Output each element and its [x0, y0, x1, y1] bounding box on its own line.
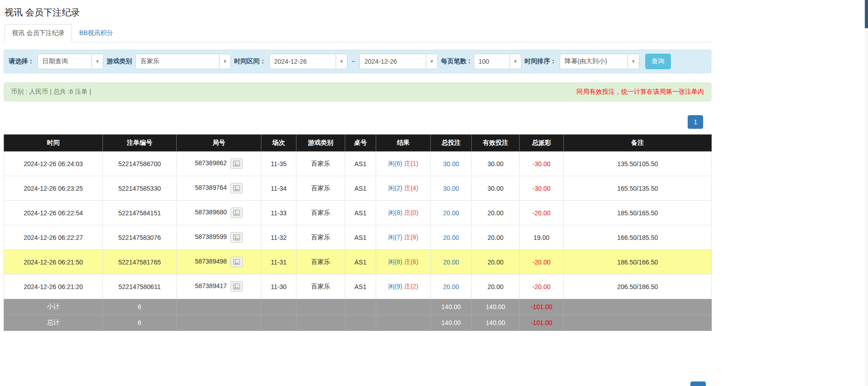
cell-payout: -20.00 — [520, 274, 564, 299]
round-video-button[interactable] — [230, 208, 243, 218]
cell-payout: -30.00 — [520, 152, 564, 176]
cell-round: 587389764 — [177, 176, 261, 201]
table-row: 2024-12-26 06:22:54522147584151587389680… — [4, 201, 712, 225]
total-bet-link[interactable]: 20.00 — [443, 209, 459, 217]
cell-time: 2024-12-26 06:24:03 — [4, 152, 103, 176]
cell-bet-id: 522147586700 — [103, 152, 177, 176]
footer-empty-cell — [345, 299, 376, 315]
cell-round: 587389498 — [177, 250, 261, 274]
cell-payout: -20.00 — [520, 201, 564, 225]
cell-remark: 185.50/165.50 — [564, 201, 712, 225]
cell-bet-id: 522147580611 — [103, 274, 177, 299]
column-header: 局号 — [177, 135, 261, 152]
footer-empty-cell — [261, 299, 296, 315]
total-bet-link[interactable]: 30.00 — [443, 185, 459, 192]
cell-session: 11-35 — [261, 152, 296, 176]
table-header-row: 时间注单编号局号场次游戏类别桌号结果总投注有效投注总派彩备注 — [4, 135, 712, 152]
search-button[interactable]: 查询 — [645, 54, 671, 69]
summary-note-text: 同局有效投注，统一计算在该局第一张注单内 — [577, 88, 704, 96]
round-video-button[interactable] — [230, 183, 243, 193]
query-type-label: 请选择： — [9, 57, 34, 66]
footer-remark — [564, 315, 712, 331]
game-type-select[interactable]: 百家乐 ▼ — [135, 54, 231, 69]
table-row: 2024-12-26 06:22:27522147583076587389599… — [4, 225, 712, 250]
cell-payout: -30.00 — [520, 176, 564, 201]
footer-empty-cell — [345, 315, 376, 331]
round-number: 587389498 — [195, 258, 227, 265]
cell-table-no: AS1 — [345, 176, 376, 201]
cell-game-type: 百家乐 — [296, 250, 345, 274]
column-header: 备注 — [564, 135, 712, 152]
result-player: 闲(9) — [388, 283, 402, 290]
cell-valid-bet: 20.00 — [472, 225, 520, 250]
column-header: 时间 — [4, 135, 103, 152]
footer-count: 6 — [103, 299, 177, 315]
column-header: 桌号 — [345, 135, 376, 152]
scrollbar-thumb[interactable] — [865, 0, 868, 28]
footer-empty-cell — [296, 299, 345, 315]
page-size-select[interactable]: 100 ▼ — [474, 54, 521, 69]
cell-table-no: AS1 — [345, 274, 376, 299]
cell-valid-bet: 20.00 — [472, 274, 520, 299]
result-banker: 庄(8) — [404, 234, 418, 241]
footer-label: 总计 — [4, 315, 103, 331]
footer-empty-cell — [177, 299, 261, 315]
cell-remark: 166.50/185.50 — [564, 225, 712, 250]
pagination-top: 1 — [4, 115, 711, 129]
cell-result: 闲(8) 庄(6) — [376, 250, 431, 274]
page-size-label: 每页笔数 : — [441, 57, 470, 66]
total-bet-link[interactable]: 20.00 — [443, 259, 459, 266]
sort-order-select[interactable]: 降幂(由大到小) ▼ — [560, 54, 639, 69]
table-row: 2024-12-26 06:21:20522147580611587389417… — [4, 274, 712, 299]
cell-game-type: 百家乐 — [296, 152, 345, 176]
cell-bet-id: 522147584151 — [103, 201, 177, 225]
scrollbar[interactable] — [865, 0, 868, 386]
cell-time: 2024-12-26 06:21:50 — [4, 250, 103, 274]
footer-valid-bet: 140.00 — [472, 315, 520, 331]
video-snapshot-icon — [233, 259, 240, 265]
page-size-value: 100 — [474, 54, 510, 69]
video-snapshot-icon — [233, 210, 240, 216]
page-button-1[interactable]: 1 — [688, 115, 703, 129]
date-from-input[interactable]: 2024-12-26 ▼ — [269, 54, 347, 69]
cell-game-type: 百家乐 — [296, 201, 345, 225]
cell-payout: -20.00 — [520, 250, 564, 274]
cell-round: 587389599 — [177, 225, 261, 250]
betting-records-table: 时间注单编号局号场次游戏类别桌号结果总投注有效投注总派彩备注 2024-12-2… — [4, 134, 712, 331]
query-type-value: 日期查询 — [38, 54, 92, 69]
round-video-button[interactable] — [230, 232, 243, 243]
cell-bet-id: 522147581765 — [103, 250, 177, 274]
video-snapshot-icon — [233, 234, 240, 240]
date-to-input[interactable]: 2024-12-26 ▼ — [359, 54, 438, 69]
result-player: 闲(2) — [388, 184, 402, 192]
cell-time: 2024-12-26 06:22:27 — [4, 225, 103, 250]
video-snapshot-icon — [233, 185, 240, 191]
cell-game-type: 百家乐 — [296, 176, 345, 201]
round-video-button[interactable] — [230, 158, 243, 169]
result-player: 闲(8) — [388, 258, 402, 265]
cell-valid-bet: 20.00 — [472, 201, 520, 225]
table-footer-row: 小计6140.00140.00-101.00 — [4, 299, 712, 315]
round-video-button[interactable] — [230, 281, 243, 292]
total-bet-link[interactable]: 30.00 — [443, 160, 459, 168]
column-header: 注单编号 — [103, 135, 177, 152]
tab-betting-records[interactable]: 视讯 会员下注纪录 — [5, 24, 72, 42]
table-row: 2024-12-26 06:24:03522147586700587389862… — [4, 152, 712, 176]
sort-order-label: 时间排序： — [525, 57, 557, 66]
footer-empty-cell — [261, 315, 296, 331]
cell-remark: 206.50/186.50 — [564, 274, 712, 299]
tab-bb-video-points[interactable]: BB视讯积分 — [72, 24, 121, 42]
footer-empty-cell — [296, 315, 345, 331]
cell-table-no: AS1 — [345, 201, 376, 225]
total-bet-link[interactable]: 20.00 — [443, 234, 459, 241]
chevron-down-icon: ▼ — [510, 54, 521, 69]
cell-result: 闲(8) 庄(0) — [376, 201, 431, 225]
column-header: 总派彩 — [520, 135, 564, 152]
summary-bar: 币别 : 人民币 | 总共 :6 注单 | 同局有效投注，统一计算在该局第一张注… — [4, 82, 711, 102]
total-bet-link[interactable]: 20.00 — [443, 283, 459, 290]
cell-result: 闲(7) 庄(8) — [376, 225, 431, 250]
result-banker: 庄(6) — [404, 258, 418, 265]
query-type-select[interactable]: 日期查询 ▼ — [37, 54, 103, 69]
round-video-button[interactable] — [230, 257, 243, 267]
page-button-1-bottom[interactable]: 1 — [690, 381, 706, 386]
